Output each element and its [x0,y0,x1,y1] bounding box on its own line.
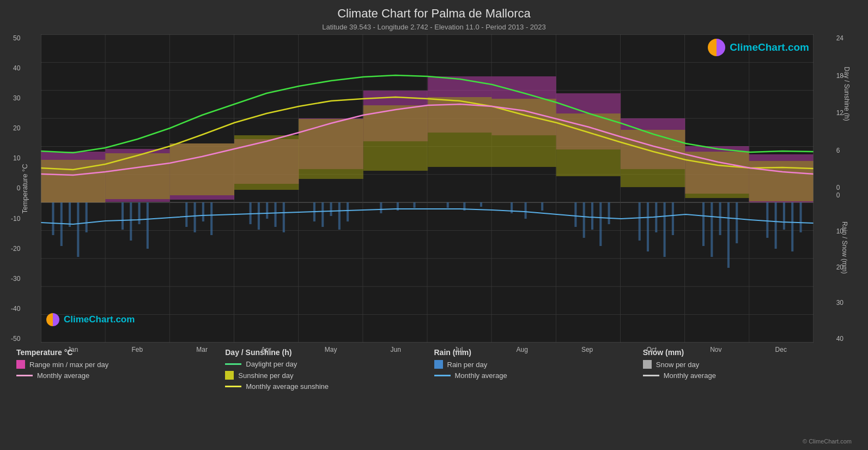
main-container: Climate Chart for Palma de Mallorca Lati… [0,0,868,450]
legend-temp-avg-icon [16,375,33,376]
svg-rect-66 [719,202,721,235]
svg-rect-71 [783,202,785,230]
x-tick-mar: Mar [196,346,208,353]
svg-rect-48 [447,202,449,208]
y-right-rain-0: 0 [836,191,840,199]
x-tick-jul: Jul [454,346,463,353]
x-tick-sep: Sep [581,346,593,353]
svg-rect-38 [274,202,276,227]
legend-rain-day-icon [434,360,443,369]
svg-rect-32 [194,202,196,232]
svg-rect-96 [621,130,685,187]
y-right-0: 0 [836,184,840,191]
svg-rect-52 [525,202,527,219]
legend-daylight: Daylight per day [225,360,434,368]
svg-rect-60 [647,202,649,251]
legend-snow: Snow (mm) Snow per day Monthly average [643,348,852,393]
svg-rect-36 [258,202,260,230]
y-right-6: 6 [836,147,840,154]
svg-rect-27 [122,202,124,230]
legend-rain-day-label: Rain per day [447,361,488,369]
y-tick-50: 50 [13,34,20,42]
svg-rect-24 [69,202,71,227]
legend-sunshine-avg: Monthly average sunshine [225,382,434,391]
svg-rect-93 [428,97,491,167]
x-tick-oct: Oct [646,346,657,353]
logo-icon-top [708,39,725,56]
chart-header: Climate Chart for Palma de Mallorca Lati… [0,0,868,31]
svg-rect-51 [511,202,513,213]
legend-snow-avg-icon [643,375,659,376]
svg-rect-42 [330,202,332,216]
svg-rect-33 [202,202,204,221]
svg-rect-30 [147,202,149,249]
svg-rect-53 [541,202,543,211]
svg-rect-47 [413,202,415,208]
legend-temperature: Temperature °C Range min / max per day M… [16,348,225,393]
y-right-rain-40: 40 [836,335,843,343]
svg-rect-43 [338,202,341,230]
svg-rect-97 [685,152,749,198]
x-tick-aug: Aug [516,346,527,353]
x-tick-feb: Feb [132,346,143,353]
svg-rect-23 [60,202,63,246]
svg-rect-65 [711,202,713,257]
svg-rect-62 [664,202,666,257]
legend-sunshine-day-label: Sunshine per day [238,371,293,380]
y-right-24: 24 [836,34,843,42]
legend-daylight-label: Daylight per day [246,360,297,368]
svg-rect-39 [283,202,285,232]
x-tick-nov: Nov [710,346,721,353]
svg-rect-91 [299,119,363,179]
svg-rect-90 [234,135,299,190]
legend-snow-day-label: Snow per day [656,361,700,369]
legend-sunshine-avg-icon [225,386,241,387]
legend-snow-day-icon [643,360,652,369]
legend-rain-day: Rain per day [434,360,643,369]
y-tick-n20: -20 [11,245,20,253]
svg-rect-26 [86,202,88,232]
legend-rain: Rain (mm) Rain per day Monthly average [434,348,643,393]
svg-rect-63 [672,202,674,235]
legend-area: Temperature °C Range min / max per day M… [16,348,852,393]
legend-sunshine-day-icon [225,371,234,380]
legend-rain-avg: Monthly average [434,371,643,380]
svg-rect-70 [775,202,777,249]
chart-area: 50 40 30 20 10 0 -10 -20 -30 -40 -50 Tem… [41,34,814,343]
y-tick-30: 30 [13,94,20,102]
x-tick-jun: Jun [391,346,401,353]
y-tick-40: 40 [13,64,20,72]
svg-rect-54 [574,202,576,227]
svg-rect-64 [702,202,705,246]
svg-rect-44 [347,202,349,221]
svg-rect-68 [736,202,738,243]
watermark-bottom-text: ClimeChart.com [64,314,135,325]
svg-rect-55 [583,202,585,238]
svg-rect-31 [185,202,187,227]
svg-rect-41 [321,202,324,227]
y-right-rain-30: 30 [836,299,843,307]
chart-title: Climate Chart for Palma de Mallorca [0,7,868,21]
y-tick-20: 20 [13,124,20,132]
y-tick-n50: -50 [11,335,20,343]
svg-rect-50 [480,202,482,207]
svg-rect-92 [363,105,428,171]
y-tick-n40: -40 [11,305,20,313]
svg-rect-88 [105,153,169,199]
svg-rect-22 [52,202,54,235]
legend-sunshine: Day / Sunshine (h) Daylight per day Suns… [225,348,434,393]
x-tick-may: May [325,346,337,353]
svg-rect-34 [210,202,213,235]
legend-sunshine-day: Sunshine per day [225,371,434,380]
x-tick-apr: Apr [261,346,271,353]
svg-rect-67 [727,202,730,268]
y-axis-left-label: Temperature °C [21,164,29,213]
x-axis: Jan Feb Mar Apr May Jun Jul Aug Sep Oct … [41,346,814,353]
svg-rect-59 [639,202,641,241]
legend-rain-avg-label: Monthly average [455,371,507,380]
x-tick-jan: Jan [68,346,78,353]
y-axis-right-top-label: Day / Sunshine (h) [842,67,850,121]
chart-subtitle: Latitude 39.543 - Longitude 2.742 - Elev… [0,23,868,31]
chart-svg [41,34,814,343]
legend-sunshine-avg-label: Monthly average sunshine [246,382,329,391]
